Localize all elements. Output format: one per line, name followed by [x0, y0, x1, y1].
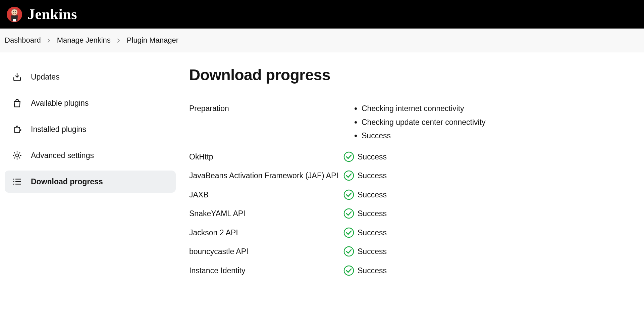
- preparation-label: Preparation: [189, 101, 343, 116]
- list-icon: [12, 177, 22, 187]
- check-circle-icon: [343, 151, 354, 162]
- svg-point-3: [13, 11, 14, 12]
- plugin-name: JavaBeans Activation Framework (JAF) API: [189, 168, 343, 184]
- plugin-status: Success: [343, 263, 639, 279]
- preparation-step: Success: [362, 130, 486, 142]
- progress-row-plugin: JavaBeans Activation Framework (JAF) API…: [189, 168, 639, 184]
- svg-point-1: [11, 9, 17, 15]
- breadcrumb-item-manage-jenkins[interactable]: Manage Jenkins: [57, 36, 111, 45]
- plugin-name: Jackson 2 API: [189, 225, 343, 241]
- progress-row-plugin: Instance IdentitySuccess: [189, 263, 639, 279]
- check-circle-icon: [343, 170, 354, 181]
- svg-point-5: [16, 154, 19, 157]
- plugin-status-text: Success: [358, 151, 387, 163]
- sidebar-item-label: Available plugins: [31, 99, 89, 108]
- sidebar-item-available-plugins[interactable]: Available plugins: [5, 92, 176, 114]
- puzzle-icon: [12, 124, 22, 134]
- svg-point-18: [344, 266, 354, 275]
- plugin-status: Success: [343, 225, 639, 241]
- svg-point-7: [13, 181, 14, 182]
- sidebar: Updates Available plugins Installed plug…: [5, 66, 176, 282]
- plugin-status: Success: [343, 168, 639, 184]
- breadcrumb-item-plugin-manager[interactable]: Plugin Manager: [127, 36, 178, 45]
- plugin-name: JAXB: [189, 187, 343, 203]
- check-circle-icon: [343, 227, 354, 238]
- top-header: Jenkins: [0, 0, 644, 29]
- plugin-status-text: Success: [358, 189, 387, 201]
- plugin-status-text: Success: [358, 170, 387, 182]
- chevron-right-icon: [47, 36, 51, 45]
- gear-icon: [12, 150, 22, 160]
- sidebar-item-advanced-settings[interactable]: Advanced settings: [5, 144, 176, 167]
- shopping-bag-icon: [12, 98, 22, 108]
- jenkins-logo-icon: [6, 6, 23, 23]
- progress-row-plugin: bouncycastle APISuccess: [189, 244, 639, 259]
- progress-row-plugin: JAXBSuccess: [189, 187, 639, 203]
- svg-point-12: [344, 152, 354, 161]
- chevron-right-icon: [117, 36, 121, 45]
- svg-rect-2: [13, 19, 16, 21]
- sidebar-item-label: Advanced settings: [31, 151, 94, 160]
- svg-point-17: [344, 247, 354, 256]
- check-circle-icon: [343, 189, 354, 200]
- sidebar-item-updates[interactable]: Updates: [5, 66, 176, 88]
- plugin-status-text: Success: [358, 265, 387, 277]
- progress-table: Preparation Checking internet connectivi…: [189, 101, 639, 278]
- plugin-status-text: Success: [358, 208, 387, 220]
- preparation-status: Checking internet connectivity Checking …: [343, 101, 639, 146]
- breadcrumb-bar: Dashboard Manage Jenkins Plugin Manager: [0, 29, 644, 52]
- check-circle-icon: [343, 265, 354, 276]
- page-title: Download progress: [189, 66, 639, 84]
- plugin-name: SnakeYAML API: [189, 206, 343, 222]
- plugin-name: OkHttp: [189, 149, 343, 165]
- progress-row-plugin: Jackson 2 APISuccess: [189, 225, 639, 241]
- progress-row-preparation: Preparation Checking internet connectivi…: [189, 101, 639, 146]
- plugin-status: Success: [343, 187, 639, 203]
- svg-point-6: [13, 179, 14, 180]
- check-circle-icon: [343, 208, 354, 219]
- svg-point-4: [15, 11, 16, 12]
- breadcrumb-item-dashboard[interactable]: Dashboard: [5, 36, 41, 45]
- plugin-status-text: Success: [358, 227, 387, 239]
- progress-row-plugin: SnakeYAML APISuccess: [189, 206, 639, 222]
- sidebar-item-installed-plugins[interactable]: Installed plugins: [5, 118, 176, 140]
- preparation-step: Checking internet connectivity: [362, 103, 486, 114]
- sidebar-item-label: Updates: [31, 73, 60, 82]
- svg-point-13: [344, 171, 354, 180]
- sidebar-item-label: Installed plugins: [31, 125, 86, 134]
- svg-point-8: [13, 184, 14, 185]
- plugin-name: bouncycastle API: [189, 244, 343, 259]
- breadcrumb: Dashboard Manage Jenkins Plugin Manager: [5, 36, 639, 45]
- plugin-status: Success: [343, 206, 639, 222]
- check-circle-icon: [343, 246, 354, 257]
- svg-point-14: [344, 190, 354, 199]
- progress-row-plugin: OkHttpSuccess: [189, 149, 639, 165]
- download-icon: [12, 72, 22, 82]
- app-name: Jenkins: [28, 6, 77, 23]
- sidebar-item-label: Download progress: [31, 177, 103, 186]
- preparation-step: Checking update center connectivity: [362, 116, 486, 128]
- logo[interactable]: Jenkins: [6, 6, 77, 23]
- plugin-status: Success: [343, 149, 639, 165]
- plugin-status-text: Success: [358, 246, 387, 257]
- plugin-status: Success: [343, 244, 639, 259]
- main-content: Download progress Preparation Checking i…: [189, 66, 639, 282]
- svg-point-16: [344, 228, 354, 237]
- svg-point-15: [344, 209, 354, 218]
- sidebar-item-download-progress[interactable]: Download progress: [5, 171, 176, 193]
- plugin-name: Instance Identity: [189, 263, 343, 279]
